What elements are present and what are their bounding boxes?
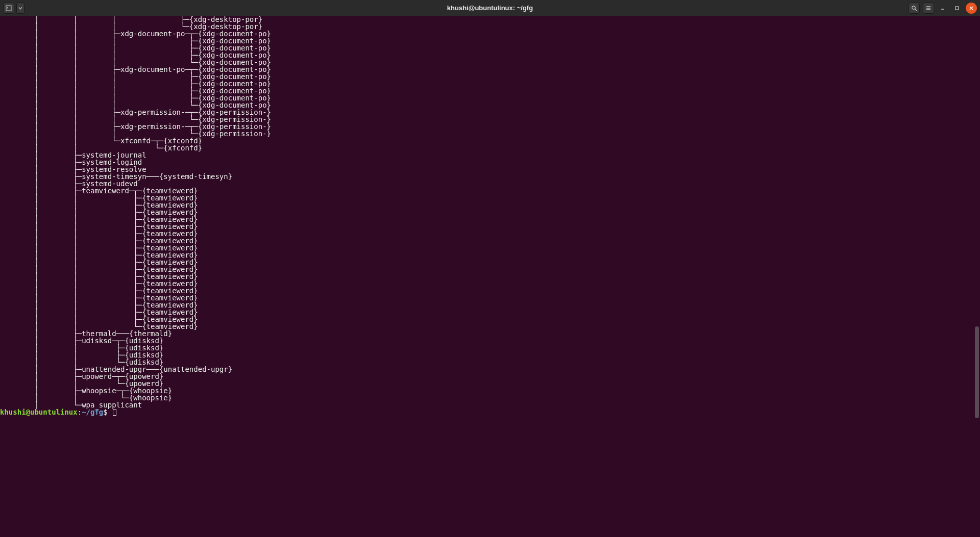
svg-line-2	[915, 9, 917, 11]
hamburger-icon	[925, 5, 932, 11]
titlebar-right-controls	[909, 3, 977, 14]
cursor	[113, 409, 116, 416]
minimize-button[interactable]	[937, 3, 948, 14]
svg-point-1	[912, 6, 915, 9]
svg-rect-0	[6, 6, 11, 11]
close-icon	[969, 6, 974, 11]
scrollbar-thumb[interactable]	[975, 326, 979, 418]
window-title: khushi@ubuntulinux: ~/gfg	[0, 5, 980, 12]
new-tab-button[interactable]	[3, 3, 14, 14]
svg-rect-7	[955, 7, 959, 10]
terminal-icon	[6, 5, 12, 11]
terminal-output[interactable]: │ │ │ ├─{xdg-desktop-por} │ │ │ └─{xdg-d…	[0, 16, 980, 416]
close-button[interactable]	[966, 3, 977, 14]
maximize-icon	[954, 6, 960, 11]
maximize-button[interactable]	[951, 3, 963, 14]
minimize-icon	[940, 6, 945, 11]
titlebar-left-controls	[3, 3, 24, 14]
titlebar: khushi@ubuntulinux: ~/gfg	[0, 0, 980, 16]
search-button[interactable]	[909, 3, 920, 14]
search-icon	[911, 5, 917, 11]
menu-button[interactable]	[923, 3, 934, 14]
new-tab-dropdown[interactable]	[16, 3, 24, 14]
chevron-down-icon	[18, 6, 22, 10]
